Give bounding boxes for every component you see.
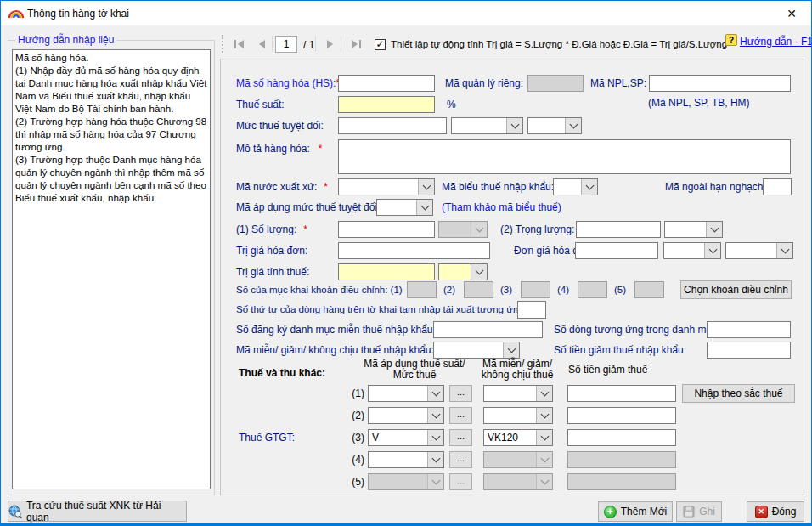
absolute-tax-unit-combo[interactable] bbox=[451, 117, 523, 134]
reduced-amount-label: Số tiền giảm thuế nhập khẩu: bbox=[554, 344, 686, 356]
taxes-col-rate-header: Mã áp dụng thuế suất/Mức thuế bbox=[364, 359, 465, 381]
chevron-down-icon bbox=[471, 222, 487, 237]
tax-row3-rate-combo[interactable]: V bbox=[368, 429, 444, 446]
tax-row5-browse-button: ... bbox=[449, 473, 472, 490]
chevron-down-icon bbox=[416, 200, 432, 215]
exempt-list-line-label: Số dòng tương ứng trong danh mục: bbox=[554, 324, 719, 336]
close-label: Đóng bbox=[772, 506, 797, 518]
help-icon[interactable]: ? bbox=[725, 34, 737, 46]
red-x-icon: ✕ bbox=[755, 506, 768, 518]
npl-sp-label: Mã NPL,SP: bbox=[590, 77, 646, 89]
tax-row2-rate-combo[interactable] bbox=[368, 407, 444, 424]
nav-previous-arrow-icon bbox=[259, 40, 265, 48]
chevron-down-icon bbox=[427, 408, 443, 423]
guide-text-box[interactable]: Mã số hàng hóa. (1) Nhập đầy đủ mã số hà… bbox=[12, 49, 211, 489]
tax-row1-exempt-combo[interactable] bbox=[483, 385, 553, 402]
tariff-reference-link[interactable]: (Tham khảo mã biểu thuế) bbox=[442, 201, 561, 213]
nav-separator bbox=[315, 36, 316, 52]
tax-row2-browse-button[interactable]: ... bbox=[449, 407, 472, 424]
tax-row5-rate-combo bbox=[368, 473, 444, 490]
taxes-col-amount-header: Số tiền giảm thuế bbox=[568, 365, 647, 376]
private-code-label: Mã quản lý riêng: bbox=[445, 77, 523, 89]
required-mark: * bbox=[324, 181, 328, 193]
tax-row3-exempt-combo[interactable]: VK120 bbox=[483, 429, 553, 446]
taxes-section-title: Thuế và thu khác: bbox=[239, 367, 325, 379]
chevron-down-icon bbox=[776, 243, 792, 258]
weight-input[interactable] bbox=[576, 221, 661, 238]
tax-row-num: (5) bbox=[349, 476, 364, 488]
auto-calc-label: Thiết lập tự động tính Trị giá = S.Lượng… bbox=[391, 39, 727, 49]
tax-row2-exempt-combo[interactable] bbox=[483, 407, 553, 424]
taxable-value-label: Trị giá tính thuế: bbox=[236, 266, 309, 278]
plus-icon: + bbox=[604, 506, 617, 518]
tax-row4-rate-combo[interactable] bbox=[368, 451, 444, 468]
description-textarea[interactable] bbox=[338, 139, 791, 174]
tax-row3-amount-input[interactable] bbox=[567, 429, 676, 446]
import-tariff-combo[interactable] bbox=[553, 178, 598, 195]
absolute-tax-apply-combo[interactable] bbox=[376, 199, 433, 216]
nav-last-button[interactable] bbox=[346, 35, 367, 53]
tax-row1-browse-button[interactable]: ... bbox=[449, 385, 472, 402]
tax-row-num: (1) bbox=[349, 387, 364, 399]
invoice-value-label: Trị giá hóa đơn: bbox=[236, 245, 307, 257]
page-number-input[interactable]: 1 bbox=[275, 36, 297, 53]
invoice-value-input[interactable] bbox=[338, 242, 490, 259]
help-f1-link[interactable]: Hướng dẫn - F1 bbox=[740, 36, 812, 48]
absolute-tax-input[interactable] bbox=[338, 117, 447, 134]
chevron-down-icon bbox=[581, 179, 597, 195]
exempt-code-combo[interactable] bbox=[433, 342, 520, 359]
lookup-tariff-button[interactable]: Tra cứu thuế suất XNK từ Hải quan bbox=[8, 501, 187, 522]
exempt-list-line-input[interactable] bbox=[707, 321, 791, 338]
save-button: Ghi bbox=[676, 501, 722, 522]
chevron-down-icon bbox=[427, 430, 443, 445]
taxable-value-currency-combo[interactable] bbox=[438, 263, 488, 280]
exempt-code-label: Mã miễn/ giảm/ không chịu thuế nhập khẩu… bbox=[236, 344, 434, 356]
tax-row2-amount-input[interactable] bbox=[567, 407, 676, 424]
adjustment-input-2 bbox=[464, 281, 493, 298]
hs-code-input[interactable] bbox=[338, 75, 435, 92]
nav-separator bbox=[341, 36, 341, 52]
tax-row1-rate-combo[interactable] bbox=[368, 385, 444, 402]
save-label: Ghi bbox=[699, 506, 715, 518]
tax-row1-amount-input[interactable] bbox=[567, 385, 676, 402]
origin-combo[interactable] bbox=[338, 178, 435, 195]
nav-first-bar-icon bbox=[234, 40, 236, 48]
add-new-label: Thêm Mới bbox=[621, 506, 668, 518]
chevron-down-icon bbox=[427, 474, 443, 489]
chevron-down-icon bbox=[536, 430, 552, 445]
tax-row3-browse-button[interactable]: ... bbox=[449, 429, 472, 446]
choose-adjustment-button[interactable]: Chọn khoản điều chỉnh bbox=[680, 280, 792, 299]
tax-rate-label: Thuế suất: bbox=[236, 99, 285, 110]
nav-next-button[interactable] bbox=[320, 35, 339, 53]
quantity-input[interactable] bbox=[338, 221, 435, 238]
absolute-tax-currency-combo[interactable] bbox=[527, 117, 582, 134]
nav-previous-button[interactable] bbox=[252, 35, 271, 53]
auto-calc-checkbox[interactable]: ✓ bbox=[375, 39, 386, 50]
taxable-value-input[interactable] bbox=[338, 263, 435, 280]
exempt-list-no-input[interactable] bbox=[433, 321, 543, 338]
adjustment-num-2: (2) bbox=[443, 285, 455, 295]
tax-rate-input[interactable] bbox=[338, 96, 435, 113]
close-button[interactable]: ✕ Đóng bbox=[747, 501, 804, 522]
window-close-button[interactable]: ✕ bbox=[775, 1, 808, 25]
reexport-line-input[interactable] bbox=[517, 301, 546, 319]
tax-row4-browse-button[interactable]: ... bbox=[449, 451, 472, 468]
out-quota-input[interactable] bbox=[763, 178, 792, 195]
exempt-list-no-label: Số đăng ký danh mục miễn thuế nhập khẩu: bbox=[236, 324, 436, 336]
chevron-down-icon bbox=[503, 342, 519, 358]
nav-first-button[interactable] bbox=[228, 35, 250, 53]
invoice-unit-price-unit-combo[interactable] bbox=[663, 242, 721, 259]
dialog-window: Thông tin hàng tờ khai ✕ Hướng dẫn nhập … bbox=[0, 0, 812, 526]
nav-first-arrow-icon bbox=[238, 40, 244, 48]
description-label: Mô tả hàng hóa:* bbox=[236, 143, 322, 155]
chevron-down-icon bbox=[565, 118, 581, 133]
invoice-unit-price-input[interactable] bbox=[575, 242, 658, 259]
enter-by-tax-button[interactable]: Nhập theo sắc thuế bbox=[682, 384, 795, 403]
title-bar: Thông tin hàng tờ khai ✕ bbox=[1, 1, 811, 25]
invoice-currency-combo[interactable] bbox=[725, 242, 793, 259]
npl-sp-input[interactable] bbox=[649, 75, 791, 92]
reduced-amount-input[interactable] bbox=[707, 342, 791, 359]
chevron-down-icon bbox=[536, 474, 552, 489]
weight-unit-combo[interactable] bbox=[664, 221, 723, 238]
add-new-button[interactable]: + Thêm Mới bbox=[598, 501, 673, 522]
